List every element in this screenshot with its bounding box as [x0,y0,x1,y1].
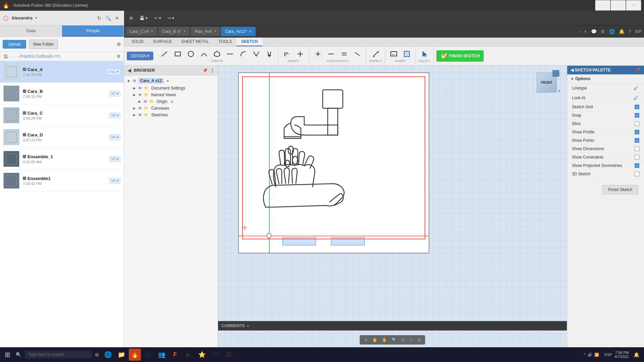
palette-checkbox-7[interactable] [635,146,639,151]
file-item-cara_b[interactable]: Cara_B 7:06:15 PM V7 ▾ [0,83,124,105]
doc-tab-carabv7[interactable]: Cara_B v7✕ [158,27,190,36]
file-version-cara_d[interactable]: V4 ▾ [109,134,120,140]
refresh-button[interactable]: ↻ [96,15,103,21]
palette-row-icon-button-1[interactable]: 🖊 [633,95,639,101]
palette-row-icon-button-0[interactable]: 🖊 [633,85,639,91]
doc-settings-eye-icon[interactable]: 👁 [138,86,142,90]
taskbar-star-button[interactable]: ⭐ [196,349,208,361]
start-button[interactable]: ⊞ [3,349,12,360]
file-item-cara_d[interactable]: Cara_D 3:47:23 PM V4 ▾ [0,126,124,148]
project-tool-button[interactable] [294,49,306,59]
taskbar-locale[interactable]: ESP [604,353,612,357]
panel-settings-button[interactable]: ⚙ [117,42,121,47]
taskbar-search-input[interactable] [25,351,92,358]
finish-sketch-button[interactable]: ✅ FINISH SKETCH [436,50,484,62]
view-cube-front[interactable]: FRONT [537,72,557,93]
palette-finish-sketch-button[interactable]: Finish Sketch [602,185,638,194]
horizontal-constraint-button[interactable] [325,49,337,59]
tray-expand-icon[interactable]: ^ [584,353,586,357]
ribbon-tab-sketch[interactable]: SKETCH [236,38,262,46]
ribbon-tab-solid[interactable]: SOLID [127,38,148,46]
offset-tool-button[interactable] [281,49,293,59]
new-folder-button[interactable]: New Folder [29,40,58,49]
taskbar-folder-button[interactable]: 📁 [115,349,127,361]
palette-checkbox-5[interactable] [635,130,639,134]
search-taskbar-button[interactable]: 🔍 [14,351,23,359]
search-button[interactable]: 🔍 [104,15,112,21]
arc-tool-button[interactable] [198,49,210,59]
taskbar-f-button[interactable]: F [169,349,181,361]
task-view-button[interactable]: ⧉ [93,351,101,359]
undo-button[interactable]: ↩ ▾ [152,14,163,22]
maximize-button[interactable]: □ [610,0,626,11]
nav-grid-button[interactable]: ⊞ [416,337,423,343]
network-button[interactable]: 🌐 [608,27,616,36]
ribbon-tab-tools[interactable]: TOOLS [214,38,236,46]
doc-tab-close[interactable]: ✕ [183,29,186,33]
tray-network-icon[interactable]: 📶 [594,353,599,357]
ribbon-tab-surface[interactable]: SURFACE [148,38,177,46]
origin-eye-icon[interactable]: 👁 [144,100,147,104]
measure-button[interactable] [370,49,382,59]
browser-pin-button[interactable]: 📌 [203,68,208,73]
help-button[interactable]: ? [627,27,633,36]
tray-volume-icon[interactable]: 🔊 [588,353,592,357]
breadcrumb-project[interactable]: Práctica Calificado nº1 [20,54,60,59]
nav-pan-button[interactable]: ✋ [380,337,389,343]
palette-checkbox-3[interactable] [635,113,639,118]
insert-image-button[interactable] [388,49,400,59]
doc-settings-arrow-icon[interactable] [132,86,136,90]
save-button[interactable]: 💾 ▾ [137,14,150,22]
file-item-ensamble1[interactable]: Ensamble1 7:33:42 PM V3 ▾ [0,170,124,192]
file-version-ensamble_1[interactable]: V3 ▾ [109,156,120,162]
palette-checkbox-4[interactable] [635,121,639,126]
root-arrow-icon[interactable] [127,79,131,83]
tab-add-button[interactable]: + [583,27,588,36]
browser-named-views[interactable]: 👁 📁 Named Views [124,92,218,98]
file-version-cara_b[interactable]: V7 ▾ [109,91,120,97]
upload-button[interactable]: Upload [3,40,26,49]
parallel-constraint-button[interactable] [351,49,363,59]
doc-tab-caraav11[interactable]: Cara_Av11*✕ [221,27,256,36]
file-version-ensamble1[interactable]: V3 ▾ [109,178,120,184]
tab-data[interactable]: Data [0,25,62,37]
browser-sketches[interactable]: 👁 📁 Sketches [124,112,218,118]
breadcrumb-settings-icon[interactable]: ⚙ [117,54,120,59]
minimize-button[interactable]: ─ [595,0,610,11]
mirror-tool-button[interactable] [263,49,275,59]
palette-checkbox-9[interactable] [635,163,639,168]
nav-zoom-button[interactable]: 🔍 [390,337,398,343]
doc-tab-close[interactable]: ✕ [249,29,252,33]
line-tool-button[interactable] [159,49,171,59]
file-version-cara_a[interactable]: V11 ▾ [107,69,120,75]
line-h-tool-button[interactable] [224,49,236,59]
coincident-constraint-button[interactable] [312,49,324,59]
tab-people[interactable]: People [62,25,124,37]
fillet-tool-button[interactable] [237,49,249,59]
breadcrumb-dots[interactable]: ... [12,54,16,59]
palette-pin-button[interactable]: 📌 [636,68,641,72]
design-mode-button[interactable]: DESIGN ▾ [127,52,153,60]
tab-back-button[interactable]: ‹ [577,27,582,36]
browser-canvases[interactable]: 👁 📁 Canvases [124,105,218,112]
trim-tool-button[interactable] [250,49,262,59]
taskbar-shield-button[interactable]: 🛡 [209,349,221,361]
sketches-arrow-icon[interactable] [132,113,136,117]
taskbar-explorer-button[interactable]: 🗂 [142,349,154,361]
taskbar-play-button[interactable]: ▶ [182,349,195,361]
palette-checkbox-10[interactable] [635,172,639,176]
taskbar-photo-button[interactable]: 🖼 [223,349,235,361]
browser-doc-settings[interactable]: 👁 📁 Document Settings [124,85,218,92]
view-cube[interactable]: Z FRONT x [537,72,560,96]
palette-checkbox-6[interactable] [635,138,639,143]
close-button[interactable]: ✕ [626,0,641,11]
doc-tab-close[interactable]: ✕ [151,29,153,33]
taskbar-fusion-button[interactable]: 🔥 [129,349,141,361]
nav-view-button[interactable]: ⬡ [408,337,415,343]
doc-tab-caracv4[interactable]: Cara_C.v4✕ [125,27,157,36]
grid-view-button[interactable]: ⊞ [127,14,136,22]
canvas-area[interactable]: ⊹ Z FRONT x ✛ 🖐 [218,66,567,347]
circle-tool-button[interactable] [185,49,197,59]
palette-checkbox-8[interactable] [635,155,639,160]
browser-origin[interactable]: 👁 📁 Origin ● [124,98,218,105]
